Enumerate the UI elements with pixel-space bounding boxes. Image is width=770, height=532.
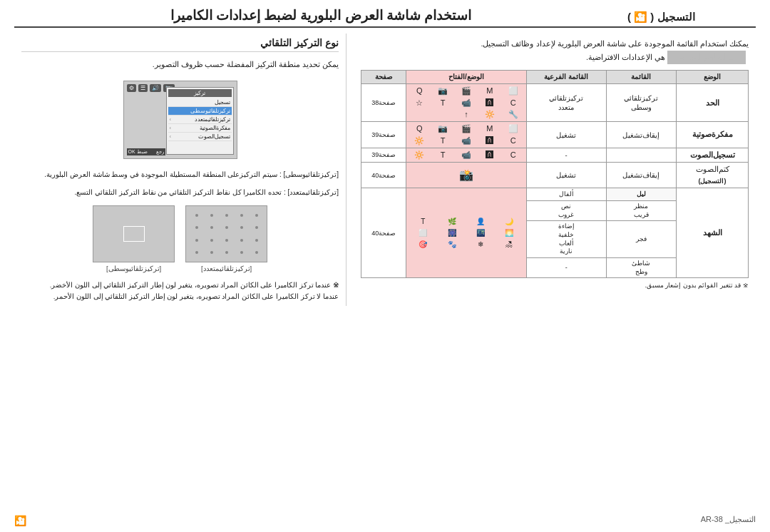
footer-page-number: التسجيل_ AR-38 — [701, 515, 756, 526]
sub-title: ( 🎦 ) التسجيل — [627, 11, 756, 24]
desc-wide: [تركيزتلقائيوسطى] : سيتم التركيزعلى المن… — [21, 168, 339, 180]
table-row: كتم‌الصوت(التسجيل) إيقاف‌تشغيل تشغيل 📸 ص… — [361, 163, 749, 188]
menu-item: تركيزتلقائيمتعدد› — [168, 116, 232, 124]
table-row: الشهد ليل ألفال 🌙 👤 🌿 T 🌅 🌃 🎆 — [361, 188, 749, 201]
footer-camera-icon: 🎦 — [14, 515, 26, 526]
notes: ※ عندما تركز الكاميرا على الكائن المراد … — [21, 280, 339, 302]
note-1: ※ عندما تركز الكاميرا على الكائن المراد … — [21, 280, 339, 291]
col-header-submenu: القائمة الفرعية — [526, 71, 606, 84]
shaded-indicator: ■ العناصر الظللة هي الإعدادات الافتراضية… — [586, 53, 749, 61]
focus-images: [تركيزتلقائيمتعدد] [تركيزتلقائيوسطى] — [21, 205, 339, 272]
focus-center-rect — [123, 226, 145, 242]
left-column: نوع التركيز التلقائي يمكن تحديد منطقة ال… — [14, 34, 346, 306]
menu-item: تسجيل — [168, 98, 232, 107]
focus-center-image — [93, 205, 175, 262]
focus-multi-image — [185, 205, 267, 262]
focus-box-multi: [تركيزتلقائيمتعدد] — [185, 205, 267, 272]
settings-table: الوضع القائمة القائمة الفرعية الوضع/الفت… — [361, 70, 749, 278]
main-title: استخدام شاشة العرض البلورية لضبط إعدادات… — [14, 7, 627, 24]
screen-bottom-bar: رجع ضبط OK — [127, 148, 165, 155]
screen-mockup: 📷 🔊 ☰ ⚙ تركيز تسجيل تركيزتلقائيوسطى — [123, 81, 237, 159]
focus-box-center: [تركيزتلقائيوسطى] — [93, 205, 175, 272]
focus-center-label: [تركيزتلقائيوسطى] — [93, 265, 175, 272]
table-row: تسجيل‌الصوت - C🅰📹T🔆 صفحة39 — [361, 148, 749, 163]
menu-panel: تركيز تسجيل تركيزتلقائيوسطى تركيزتلقائيم… — [166, 87, 234, 155]
intro-text: يمكنك استخدام القائمة الموجودة على شاشة … — [361, 37, 749, 64]
menu-item: مفكرةالصوتية› — [168, 124, 232, 133]
section-title: نوع التركيز التلقائي — [21, 37, 339, 52]
table-footnote: ※ قد تتغير القوائم بدون إشعار مسبق. — [361, 282, 749, 289]
body-text: يمكن تحديد منطقة التركيز المفضلة حسب ظرو… — [21, 58, 339, 71]
focus-multi-label: [تركيزتلقائيمتعدد] — [185, 265, 267, 272]
col-header-mode-open: الوضع/الفتاح — [406, 71, 526, 84]
menu-item-selected: تركيزتلقائيوسطى — [168, 107, 232, 116]
screen-icon-gear: ⚙ — [127, 84, 136, 92]
screen-icon-menu: ☰ — [138, 84, 148, 92]
footer: التسجيل_ AR-38 🎦 — [14, 515, 756, 526]
col-header-page: صفحة — [361, 71, 406, 84]
right-column: يمكنك استخدام القائمة الموجودة على شاشة … — [354, 34, 756, 306]
col-header-menu: القائمة — [606, 71, 676, 84]
desc-multi: [تركيزتلقائيمتعدد] : تحده الكاميرا كل نق… — [21, 186, 339, 198]
table-row: الحد تركيزتلقائيوسطى تركيزتلقائيمتعدد ⬜M… — [361, 84, 749, 122]
page: ( 🎦 ) التسجيل استخدام شاشة العرض البلوري… — [0, 0, 770, 532]
menu-item: تسجيل‌الصوت› — [168, 133, 232, 141]
screen-icon-sound: 🔊 — [150, 84, 161, 92]
table-row: مفكرةصوتية إيقاف‌تشغيل تشغيل ⬜M🎬📷Q C🅰📹T🔆… — [361, 122, 749, 148]
menu-title: تركيز — [168, 89, 232, 97]
col-header-mode: الوضع — [677, 71, 749, 84]
note-2: عندما لا تركز الكاميرا على الكائن المراد… — [21, 291, 339, 302]
